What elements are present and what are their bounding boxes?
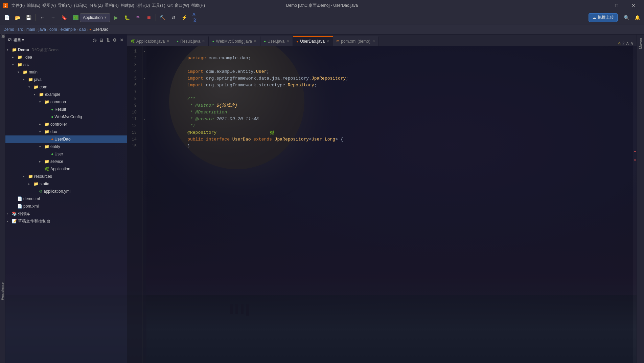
run-button[interactable]: ▶ <box>112 13 121 22</box>
menu-item-view[interactable]: 视图(V) <box>42 3 56 8</box>
translate-button[interactable]: A文 <box>190 13 200 22</box>
tree-item-external-libs[interactable]: ▸ 📚 外部库 <box>5 210 127 217</box>
menu-item-refactor[interactable]: 重构(R) <box>105 3 119 8</box>
favorites-tab[interactable]: 收藏夹 <box>0 39 5 43</box>
back-button[interactable]: ← <box>38 13 47 22</box>
notifications-button[interactable]: 🔔 <box>632 13 642 22</box>
menu-item-edit[interactable]: 编辑(E) <box>27 3 40 8</box>
breadcrumb-main[interactable]: main <box>26 27 35 32</box>
tab-pomxml[interactable]: m pom.xml (demo) ✕ <box>333 36 379 46</box>
forward-button[interactable]: → <box>48 13 58 22</box>
debug-button[interactable]: 🐛 <box>122 13 132 22</box>
code-area[interactable]: package com.example.dao; import com.exam… <box>146 46 637 363</box>
locate-icon[interactable]: ◎ <box>92 38 97 43</box>
tree-item-demo[interactable]: ▾ 📁 Demo D:\C:桌面\Demo <box>5 46 127 54</box>
stop-button[interactable]: ⏹ <box>144 13 154 22</box>
tab-userdao[interactable]: ● UserDao.java ✕ <box>293 36 333 46</box>
menu-item-git[interactable]: Git <box>167 3 172 8</box>
upload-button[interactable]: ☁ 拖推上传 <box>589 13 618 22</box>
tree-item-com[interactable]: ▾ 📁 com <box>5 83 127 91</box>
project-checkbox[interactable]: ☑ <box>8 38 12 42</box>
tab-result[interactable]: ● Result.java ✕ <box>173 36 209 46</box>
tab-close-result[interactable]: ✕ <box>202 39 205 43</box>
maven-label[interactable]: Maven <box>639 38 643 49</box>
forward-icon: → <box>50 15 56 20</box>
tree-item-resources[interactable]: ▾ 📁 resources <box>5 173 127 180</box>
save-button[interactable]: 💾 <box>24 13 33 22</box>
menu-item-build[interactable]: 构建(B) <box>121 3 134 8</box>
editor-area[interactable]: 1 2 3 4 5 6 7 8 9 10 11 12 13 14 15 <box>127 46 637 363</box>
tab-close-webmvcconfig[interactable]: ✕ <box>254 39 257 43</box>
tab-close-application[interactable]: ✕ <box>166 39 169 43</box>
settings-icon[interactable]: ⚙ <box>112 38 117 43</box>
tree-item-application[interactable]: ▸ 🌿 Application <box>5 165 127 173</box>
tab-webmvcconfig[interactable]: ● WebMvcConfig.java ✕ <box>209 36 260 46</box>
breadcrumb-demo[interactable]: Demo <box>3 27 14 32</box>
maximize-button[interactable]: □ <box>609 0 624 11</box>
menu-item-help[interactable]: 帮助(H) <box>191 3 205 8</box>
tab-close-pomxml[interactable]: ✕ <box>372 39 375 43</box>
menu-item-nav[interactable]: 导航(N) <box>58 3 72 8</box>
breadcrumb-java[interactable]: java <box>39 27 46 32</box>
more-run-button[interactable]: ⚡ <box>180 13 189 22</box>
build-button[interactable]: 🔨 <box>158 13 167 22</box>
tree-item-java[interactable]: ▾ 📁 java <box>5 76 127 83</box>
tab-close-user[interactable]: ✕ <box>286 39 289 43</box>
demo-folder-icon: 📁 <box>12 47 17 52</box>
menu-item-code[interactable]: 代码(C) <box>74 3 88 8</box>
search-everywhere-button[interactable]: 🔍 <box>622 13 631 22</box>
close-button[interactable]: ✕ <box>626 0 641 11</box>
tree-item-appyml[interactable]: ▸ ⚙ application.yml <box>5 188 127 195</box>
structure-tab[interactable]: 结构 <box>0 35 5 39</box>
tree-item-userdao[interactable]: ▸ ● UserDao <box>5 135 127 143</box>
menu-item-window[interactable]: 窗口(W) <box>175 3 189 8</box>
fold-indicator-7[interactable]: ▾ <box>142 75 146 82</box>
tree-item-dao[interactable]: ▾ 📁 dao <box>5 128 127 135</box>
tree-item-example[interactable]: ▾ 📁 example <box>5 91 127 98</box>
menu-item-run[interactable]: 运行(U) <box>136 3 150 8</box>
tree-item-controller[interactable]: ▸ 📁 controller <box>5 121 127 128</box>
tree-item-src[interactable]: ▾ 📁 src <box>5 61 127 68</box>
tab-application[interactable]: 🌿 Application.java ✕ <box>127 36 173 46</box>
tree-item-demoiml[interactable]: ▸ 📄 demo.iml <box>5 195 127 202</box>
sync-button[interactable]: ↺ <box>169 13 178 22</box>
expand-icon[interactable]: ∨ <box>630 40 634 46</box>
coverage-button[interactable]: ☂ <box>133 13 143 22</box>
breadcrumb-com[interactable]: com <box>49 27 57 32</box>
menu-item-analyze[interactable]: 分析(Z) <box>90 3 103 8</box>
tree-item-user[interactable]: ▸ ● User <box>5 150 127 158</box>
breadcrumb-src[interactable]: src <box>18 27 23 32</box>
common-icon: 📁 <box>44 100 49 104</box>
tree-item-result[interactable]: ▸ ● Result <box>5 106 127 113</box>
fold-indicator-13[interactable]: ▾ <box>142 116 146 123</box>
demo-label: Demo <box>18 47 29 52</box>
open-button[interactable]: 📂 <box>13 13 22 22</box>
collapse-all-icon[interactable]: ⊟ <box>98 38 104 43</box>
collapse-icon[interactable]: ∧ <box>626 40 629 46</box>
tree-item-service[interactable]: ▸ 📁 service <box>5 158 127 165</box>
breadcrumb-dao[interactable]: dao <box>79 27 86 32</box>
tree-item-idea[interactable]: ▸ 📁 .idea <box>5 54 127 61</box>
tab-user[interactable]: ● User.java ✕ <box>260 36 293 46</box>
persistence-tab[interactable]: Persistence <box>0 280 5 302</box>
tree-item-webmvcconfig[interactable]: ▸ ● WebMvcConfig <box>5 113 127 121</box>
menu-item-file[interactable]: 文件(F) <box>12 3 25 8</box>
run-config-dropdown[interactable]: Application ▼ <box>80 13 110 22</box>
bookmark-button[interactable]: 🔖 <box>59 13 69 22</box>
minimize-button[interactable]: — <box>592 0 607 11</box>
tree-item-entity[interactable]: ▾ 📁 entity <box>5 143 127 150</box>
fold-indicator-3[interactable]: ▾ <box>142 48 146 55</box>
breadcrumb-userdao[interactable]: ● UserDao <box>89 27 108 32</box>
tree-item-static[interactable]: ▸ 📁 static <box>5 180 127 188</box>
tab-close-userdao[interactable]: ✕ <box>326 39 329 44</box>
tree-item-scratches[interactable]: ▸ 📝 草稿文件和控制台 <box>5 217 127 225</box>
scrollbar[interactable] <box>633 46 637 363</box>
new-file-button[interactable]: 📄 <box>2 13 12 22</box>
tree-item-common[interactable]: ▾ 📁 common <box>5 98 127 106</box>
breadcrumb-example[interactable]: example <box>61 27 76 32</box>
tree-item-main[interactable]: ▾ 📁 main <box>5 68 127 76</box>
close-tree-icon[interactable]: ✕ <box>119 38 124 43</box>
tree-item-pomxml[interactable]: ▸ 📄 pom.xml <box>5 202 127 210</box>
sort-icon[interactable]: ⇅ <box>105 38 111 43</box>
menu-item-tools[interactable]: 工具(T) <box>152 3 165 8</box>
